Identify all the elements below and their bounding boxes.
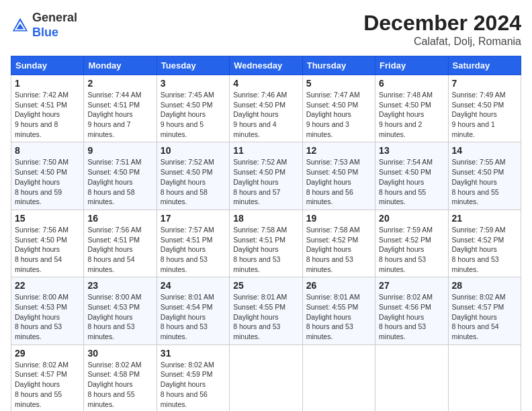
- sunrise-label: Sunrise: 7:56 AM: [15, 226, 69, 234]
- day-info: Sunrise: 7:52 AM Sunset: 4:50 PM Dayligh…: [161, 157, 226, 206]
- sunrise-label: Sunrise: 8:02 AM: [161, 361, 214, 369]
- daylight-duration: 8 hours and 59 minutes.: [15, 188, 62, 206]
- day-info: Sunrise: 8:02 AM Sunset: 4:58 PM Dayligh…: [87, 360, 152, 409]
- day-info: Sunrise: 7:56 AM Sunset: 4:50 PM Dayligh…: [15, 225, 80, 274]
- sunset-label: Sunset: 4:51 PM: [87, 236, 140, 244]
- day-info: Sunrise: 8:02 AM Sunset: 4:56 PM Dayligh…: [379, 292, 444, 341]
- calendar-day-cell: 11 Sunrise: 7:52 AM Sunset: 4:50 PM Dayl…: [230, 142, 302, 210]
- day-number: 27: [379, 280, 444, 291]
- day-number: 14: [452, 145, 517, 156]
- day-number: 28: [452, 280, 517, 291]
- logo-blue: Blue: [32, 26, 58, 39]
- day-number: 21: [452, 213, 517, 224]
- day-number: 17: [161, 213, 226, 224]
- daylight-label: Daylight hours: [233, 178, 278, 186]
- sunset-label: Sunset: 4:50 PM: [452, 101, 504, 109]
- calendar-day-cell: 17 Sunrise: 7:57 AM Sunset: 4:51 PM Dayl…: [157, 210, 229, 277]
- sunrise-label: Sunrise: 8:00 AM: [15, 293, 69, 301]
- sunrise-label: Sunrise: 7:54 AM: [379, 158, 433, 166]
- page-header: General Blue December 2024 Calafat, Dolj…: [11, 11, 521, 48]
- col-wednesday: Wednesday: [230, 56, 302, 75]
- calendar-day-cell: 7 Sunrise: 7:49 AM Sunset: 4:50 PM Dayli…: [448, 75, 521, 142]
- daylight-duration: 8 hours and 55 minutes.: [379, 188, 426, 206]
- day-number: 24: [161, 280, 226, 291]
- day-info: Sunrise: 7:58 AM Sunset: 4:52 PM Dayligh…: [306, 225, 371, 274]
- daylight-label: Daylight hours: [379, 313, 424, 321]
- sunrise-label: Sunrise: 7:52 AM: [233, 158, 287, 166]
- calendar-week-row: 29 Sunrise: 8:02 AM Sunset: 4:57 PM Dayl…: [11, 345, 521, 411]
- calendar-week-row: 8 Sunrise: 7:50 AM Sunset: 4:50 PM Dayli…: [11, 142, 521, 210]
- sunrise-label: Sunrise: 7:52 AM: [161, 158, 214, 166]
- day-info: Sunrise: 8:02 AM Sunset: 4:57 PM Dayligh…: [15, 360, 80, 409]
- day-number: 16: [87, 213, 152, 224]
- day-number: 29: [15, 348, 80, 359]
- daylight-duration: 8 hours and 55 minutes.: [452, 188, 499, 206]
- calendar-day-cell: 18 Sunrise: 7:58 AM Sunset: 4:51 PM Dayl…: [230, 210, 302, 277]
- day-number: 19: [306, 213, 371, 224]
- day-info: Sunrise: 8:00 AM Sunset: 4:53 PM Dayligh…: [15, 292, 80, 341]
- calendar-day-cell: 9 Sunrise: 7:51 AM Sunset: 4:50 PM Dayli…: [84, 142, 157, 210]
- month-title: December 2024: [363, 11, 521, 36]
- daylight-duration: 8 hours and 58 minutes.: [161, 188, 208, 206]
- daylight-duration: 8 hours and 56 minutes.: [306, 188, 353, 206]
- day-info: Sunrise: 7:47 AM Sunset: 4:50 PM Dayligh…: [306, 90, 371, 139]
- calendar-day-cell: 2 Sunrise: 7:44 AM Sunset: 4:51 PM Dayli…: [84, 75, 157, 142]
- daylight-duration: 8 hours and 53 minutes.: [306, 322, 353, 340]
- calendar-day-cell: 14 Sunrise: 7:55 AM Sunset: 4:50 PM Dayl…: [448, 142, 521, 210]
- col-friday: Friday: [375, 56, 448, 75]
- daylight-duration: 8 hours and 53 minutes.: [452, 255, 499, 273]
- daylight-duration: 8 hours and 53 minutes.: [306, 255, 353, 273]
- sunrise-label: Sunrise: 7:45 AM: [161, 91, 214, 99]
- sunrise-label: Sunrise: 7:56 AM: [87, 226, 141, 234]
- daylight-label: Daylight hours: [161, 313, 206, 321]
- sunrise-label: Sunrise: 7:44 AM: [87, 91, 141, 99]
- day-info: Sunrise: 7:59 AM Sunset: 4:52 PM Dayligh…: [379, 225, 444, 274]
- calendar-week-row: 22 Sunrise: 8:00 AM Sunset: 4:53 PM Dayl…: [11, 277, 521, 345]
- sunrise-label: Sunrise: 8:00 AM: [87, 293, 141, 301]
- calendar-day-cell: 24 Sunrise: 8:01 AM Sunset: 4:54 PM Dayl…: [157, 277, 229, 345]
- daylight-label: Daylight hours: [379, 245, 424, 253]
- logo-text: General Blue: [32, 11, 77, 40]
- daylight-label: Daylight hours: [452, 245, 497, 253]
- daylight-duration: 8 hours and 53 minutes.: [87, 322, 134, 340]
- sunset-label: Sunset: 4:50 PM: [15, 168, 67, 176]
- daylight-label: Daylight hours: [87, 110, 132, 118]
- sunrise-label: Sunrise: 7:42 AM: [15, 91, 69, 99]
- daylight-duration: 9 hours and 2 minutes.: [379, 120, 422, 138]
- daylight-label: Daylight hours: [15, 380, 60, 388]
- day-info: Sunrise: 7:50 AM Sunset: 4:50 PM Dayligh…: [15, 157, 80, 206]
- sunrise-label: Sunrise: 8:02 AM: [87, 361, 141, 369]
- daylight-label: Daylight hours: [233, 313, 278, 321]
- sunrise-label: Sunrise: 7:57 AM: [161, 226, 214, 234]
- sunrise-label: Sunrise: 7:58 AM: [233, 226, 287, 234]
- daylight-duration: 8 hours and 55 minutes.: [87, 390, 134, 408]
- daylight-label: Daylight hours: [161, 245, 206, 253]
- day-number: 5: [306, 78, 371, 89]
- day-info: Sunrise: 7:55 AM Sunset: 4:50 PM Dayligh…: [452, 157, 517, 206]
- sunset-label: Sunset: 4:51 PM: [15, 101, 67, 109]
- calendar-day-cell: 27 Sunrise: 8:02 AM Sunset: 4:56 PM Dayl…: [375, 277, 448, 345]
- daylight-duration: 8 hours and 53 minutes.: [15, 322, 62, 340]
- day-number: 15: [15, 213, 80, 224]
- daylight-label: Daylight hours: [379, 110, 424, 118]
- daylight-label: Daylight hours: [161, 380, 206, 388]
- logo: General Blue: [11, 11, 77, 40]
- daylight-duration: 8 hours and 56 minutes.: [161, 390, 208, 408]
- col-sunday: Sunday: [11, 56, 84, 75]
- sunrise-label: Sunrise: 7:53 AM: [306, 158, 360, 166]
- sunset-label: Sunset: 4:58 PM: [87, 370, 140, 378]
- calendar-day-cell: 12 Sunrise: 7:53 AM Sunset: 4:50 PM Dayl…: [302, 142, 375, 210]
- sunrise-label: Sunrise: 7:48 AM: [379, 91, 433, 99]
- day-info: Sunrise: 7:51 AM Sunset: 4:50 PM Dayligh…: [87, 157, 152, 206]
- sunset-label: Sunset: 4:57 PM: [452, 303, 504, 311]
- daylight-label: Daylight hours: [87, 245, 132, 253]
- sunset-label: Sunset: 4:51 PM: [233, 236, 285, 244]
- sunrise-label: Sunrise: 8:01 AM: [161, 293, 214, 301]
- day-number: 7: [452, 78, 517, 89]
- sunrise-label: Sunrise: 7:59 AM: [452, 226, 506, 234]
- day-info: Sunrise: 8:02 AM Sunset: 4:57 PM Dayligh…: [452, 292, 517, 341]
- day-info: Sunrise: 7:59 AM Sunset: 4:52 PM Dayligh…: [452, 225, 517, 274]
- sunset-label: Sunset: 4:50 PM: [161, 168, 213, 176]
- calendar-day-cell: 21 Sunrise: 7:59 AM Sunset: 4:52 PM Dayl…: [448, 210, 521, 277]
- sunrise-label: Sunrise: 7:50 AM: [15, 158, 69, 166]
